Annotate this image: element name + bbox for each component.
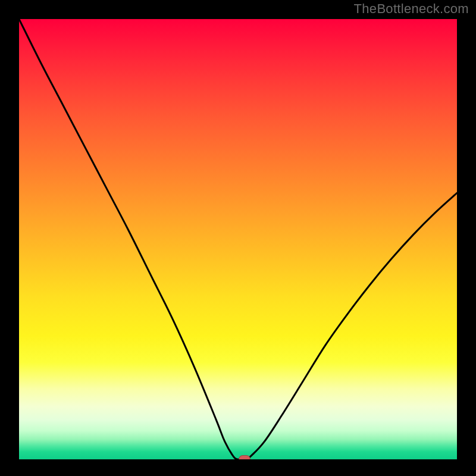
plot-area (19, 19, 457, 459)
watermark-label: TheBottleneck.com (354, 1, 469, 17)
chart-frame: TheBottleneck.com (0, 0, 476, 476)
optimal-marker (239, 455, 250, 459)
bottleneck-curve (19, 19, 457, 459)
